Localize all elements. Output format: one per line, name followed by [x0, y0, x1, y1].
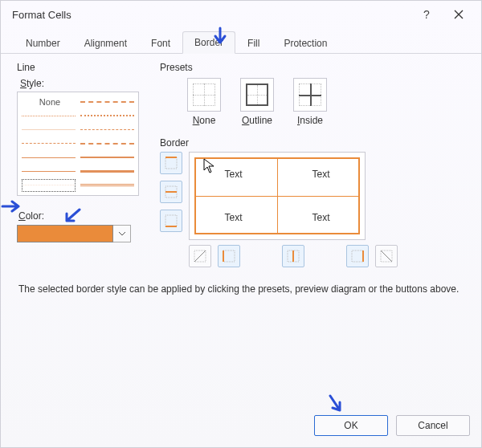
style-option[interactable]	[22, 124, 76, 136]
preview-cell: Text	[190, 153, 277, 196]
svg-line-7	[194, 250, 206, 262]
preset-outline[interactable]: Outline	[240, 78, 274, 126]
border-area: Text Text Text Text	[160, 152, 465, 240]
tab-alignment[interactable]: Alignment	[72, 32, 139, 54]
border-diag-up-button[interactable]	[189, 245, 211, 267]
border-top-button[interactable]	[160, 152, 182, 174]
edge-buttons-left	[160, 152, 182, 240]
titlebar: Format Cells ?	[1, 1, 481, 28]
preset-inside-icon	[293, 78, 327, 112]
style-option[interactable]	[80, 165, 134, 177]
preset-outline-icon	[240, 78, 274, 112]
preview-cell: Text	[190, 196, 277, 239]
tab-font[interactable]: Font	[139, 32, 182, 54]
color-swatch[interactable]	[17, 225, 113, 242]
chevron-down-icon[interactable]	[113, 225, 131, 242]
presets-group-label: Presets	[160, 62, 465, 73]
svg-rect-8	[223, 250, 235, 262]
preset-none-icon	[187, 78, 221, 112]
border-vmiddle-button[interactable]	[282, 245, 304, 267]
border-hmiddle-button[interactable]	[160, 181, 182, 203]
style-option[interactable]	[80, 124, 134, 136]
format-cells-dialog: Format Cells ? Number Alignment Font Bor…	[0, 0, 482, 448]
style-label: Style:	[20, 78, 145, 89]
line-group-label: Line	[17, 62, 145, 73]
edge-buttons-bottom	[189, 245, 465, 267]
style-option[interactable]	[80, 151, 134, 164]
preset-outline-label: Outline	[242, 115, 272, 126]
hint-text: The selected border style can be applied…	[1, 267, 481, 295]
close-icon	[454, 10, 464, 19]
preset-inside[interactable]: Inside	[293, 78, 327, 126]
help-button[interactable]: ?	[411, 2, 443, 26]
svg-line-15	[381, 250, 392, 262]
tab-border[interactable]: Border	[182, 31, 235, 54]
tab-protection[interactable]: Protection	[272, 32, 339, 54]
style-option[interactable]	[22, 151, 76, 164]
color-picker[interactable]	[17, 225, 145, 242]
tab-number[interactable]: Number	[14, 32, 72, 54]
style-option[interactable]	[80, 179, 134, 192]
dialog-footer: OK Cancel	[314, 415, 470, 436]
style-option[interactable]	[80, 137, 134, 150]
preview-cell: Text	[277, 196, 365, 239]
style-none[interactable]: None	[22, 96, 76, 108]
line-column: Line Style: None Color:	[17, 62, 145, 267]
svg-rect-12	[352, 250, 363, 262]
window-title: Format Cells	[12, 9, 411, 21]
border-preview[interactable]: Text Text Text Text	[189, 152, 366, 240]
border-diag-down-button[interactable]	[375, 245, 398, 267]
style-option[interactable]	[80, 96, 134, 108]
preset-none-label: None	[193, 115, 216, 126]
presets-row: None Outline Inside	[160, 78, 465, 126]
style-option-selected[interactable]	[22, 179, 76, 192]
style-option[interactable]	[22, 165, 76, 177]
border-left-button[interactable]	[218, 245, 240, 267]
border-right-button[interactable]	[346, 245, 369, 267]
content-area: Line Style: None Color:	[1, 54, 481, 267]
style-option[interactable]	[22, 109, 76, 122]
color-label: Color:	[18, 210, 145, 222]
annotation-arrow-icon	[325, 394, 345, 417]
right-column: Presets None Outline Inside Border	[160, 62, 465, 267]
border-bottom-button[interactable]	[160, 210, 182, 232]
border-group-label: Border	[160, 137, 465, 149]
tab-bar: Number Alignment Font Border Fill Protec…	[1, 31, 481, 54]
tab-fill[interactable]: Fill	[235, 32, 272, 54]
preset-inside-label: Inside	[297, 115, 323, 126]
preview-cell: Text	[277, 153, 365, 196]
svg-rect-4	[165, 215, 177, 226]
preset-none[interactable]: None	[187, 78, 221, 126]
cancel-button[interactable]: Cancel	[396, 415, 470, 436]
svg-rect-0	[165, 157, 177, 169]
ok-button[interactable]: OK	[314, 415, 388, 436]
close-button[interactable]	[443, 2, 475, 26]
style-option[interactable]	[80, 109, 134, 122]
line-style-list[interactable]: None	[17, 92, 139, 196]
style-option[interactable]	[22, 137, 76, 150]
